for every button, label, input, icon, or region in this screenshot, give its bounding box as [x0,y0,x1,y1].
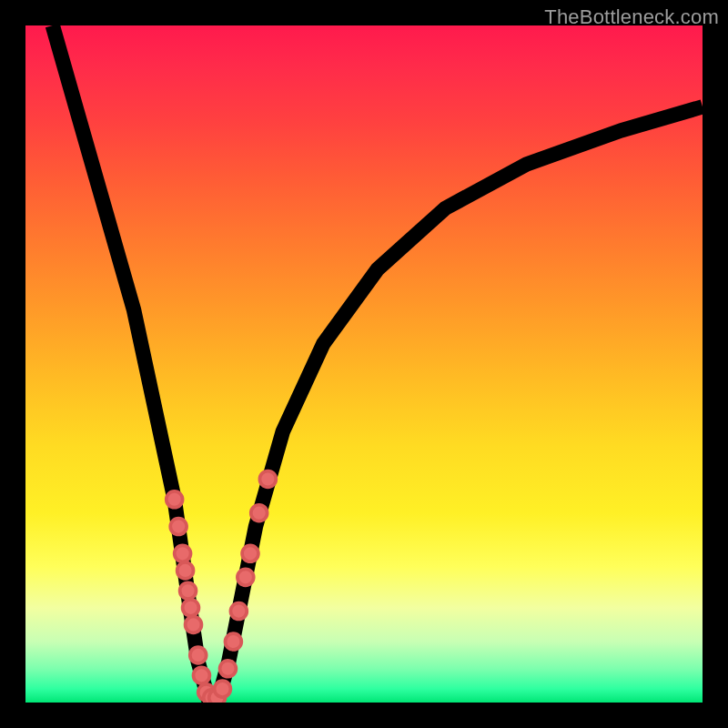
data-point [177,562,194,579]
data-point [175,545,191,561]
plot-area [25,25,703,703]
data-point [251,505,268,521]
data-point [186,617,202,633]
data-point [259,471,276,488]
bottleneck-curve [53,25,703,699]
data-point [242,545,258,561]
chart-frame: TheBottleneck.com [0,0,728,728]
data-point [230,603,247,620]
data-point [215,681,231,697]
data-point [238,569,254,585]
data-point [225,633,241,650]
data-point [220,661,237,677]
watermark-text: TheBottleneck.com [544,5,719,29]
data-point [183,600,199,616]
curve-svg [25,25,703,703]
data-point [170,519,187,535]
data-point [194,667,210,683]
data-point [167,491,183,508]
data-point [180,582,197,599]
data-point [190,647,207,663]
